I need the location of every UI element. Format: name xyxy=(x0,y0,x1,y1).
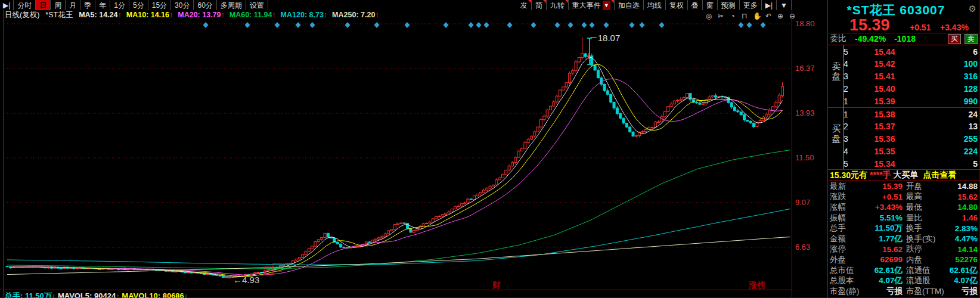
crosshair-icon[interactable]: ◎ xyxy=(705,12,712,20)
stat-row: 涨停15.62跌停14.14 xyxy=(828,244,980,255)
event-diamond-icon xyxy=(629,22,635,28)
candle-up xyxy=(422,224,424,226)
dropdown-arrow-icon[interactable]: ▼ xyxy=(603,1,610,10)
tab-周[interactable]: 周 xyxy=(51,0,66,10)
candle-up xyxy=(378,238,380,239)
toolbar-item-发[interactable]: 发 xyxy=(517,0,532,10)
tab-15分[interactable]: 15分 xyxy=(148,0,171,10)
gear-icon[interactable]: ⚙ xyxy=(969,4,976,14)
tab-30分[interactable]: 30分 xyxy=(171,0,194,10)
order-book-row[interactable]: 115.3824 xyxy=(843,108,980,120)
toolbar-item-预测[interactable]: 预测 xyxy=(718,0,740,10)
toolbar-item-均线[interactable]: 均线 xyxy=(644,0,666,10)
tab-5分[interactable]: 5分 xyxy=(129,0,148,10)
order-book-row[interactable]: 315.36255 xyxy=(843,133,980,145)
stock-label: *ST花王 xyxy=(45,10,73,20)
stat-label: 总股本 xyxy=(830,275,866,286)
stat-label: 涨幅 xyxy=(830,202,866,213)
candle-up xyxy=(575,62,577,71)
candle-down xyxy=(591,56,593,65)
big-order-alert-banner[interactable]: 15.30元有 ****手 大买单 点击查看 xyxy=(828,170,980,181)
toolbar-item-简[interactable]: 简 xyxy=(532,0,547,10)
chart-tools-menu: 发简九转重大事件▼加自选均线复权叠窗预测更多▶|▼ xyxy=(517,0,792,10)
candle-up xyxy=(572,70,574,73)
stat-value: 4.07亿 xyxy=(866,275,903,286)
candlestick-chart[interactable]: 18.07←4.93财涨榜 xyxy=(0,0,792,298)
lock-icon[interactable]: ⊓ xyxy=(741,12,748,20)
tab-日[interactable]: 日 xyxy=(36,0,51,10)
candle-up xyxy=(441,215,444,216)
order-book-row[interactable]: 415.35224 xyxy=(843,145,980,157)
hand-icon[interactable]: ✋ xyxy=(753,12,760,20)
replay-icon[interactable]: ◔ xyxy=(729,12,736,20)
stock-title: *ST花王 603007 xyxy=(828,2,964,18)
candle-up xyxy=(651,127,653,128)
stat-row: 涨幅+3.43%最低14.80 xyxy=(828,202,980,213)
tab-多周期[interactable]: 多周期 xyxy=(217,0,246,10)
toolbar-item-▶|[interactable]: ▶| xyxy=(762,0,777,10)
stat-value: 2.83% xyxy=(948,224,980,233)
frame-line xyxy=(792,10,792,297)
stat-row: 金额1.77亿换手(实)4.47% xyxy=(828,234,980,244)
level-volume: 13 xyxy=(917,122,980,131)
toolbar-item-加自选[interactable]: 加自选 xyxy=(615,0,644,10)
buy-button[interactable]: 买 xyxy=(948,34,961,44)
candle-up xyxy=(390,229,393,231)
tab-月[interactable]: 月 xyxy=(66,0,80,10)
order-book-row[interactable]: 115.39990 xyxy=(843,95,980,107)
candle-up xyxy=(254,273,256,274)
candle-up xyxy=(667,107,669,112)
level-volume: 24 xyxy=(917,110,980,119)
ma-legend-MA250: MA250: 7.20↑ xyxy=(332,11,379,19)
stat-label: 最高 xyxy=(906,191,948,202)
order-book-row[interactable]: 215.40128 xyxy=(843,82,980,95)
order-book-row[interactable]: 215.3713 xyxy=(843,120,980,133)
stat-value: 15.39 xyxy=(866,182,903,191)
tab-设置[interactable]: 设置 xyxy=(246,0,268,10)
level-number: 5 xyxy=(843,47,852,57)
tab-季[interactable]: 季 xyxy=(80,0,95,10)
toolbar-item-复权[interactable]: 复权 xyxy=(666,0,688,10)
candle-up xyxy=(711,96,714,97)
order-book-row[interactable]: 515.446 xyxy=(843,45,980,58)
y-axis-tick: 11.50 xyxy=(795,153,814,162)
y-axis-tick: 6.63 xyxy=(795,243,810,252)
frame-line xyxy=(0,297,980,297)
toolbar-item-更多[interactable]: 更多 xyxy=(740,0,762,10)
tab-分时[interactable]: 分时 xyxy=(14,0,36,10)
frame-line xyxy=(828,45,980,45)
candle-up xyxy=(371,240,374,242)
candle-up xyxy=(546,110,548,116)
toolbar-item-窗[interactable]: 窗 xyxy=(703,0,718,10)
toolbar-item-▼[interactable]: ▼ xyxy=(777,0,792,10)
event-diamond-icon xyxy=(739,22,744,28)
level-number: 2 xyxy=(843,122,852,131)
scissors-icon[interactable]: ✂ xyxy=(717,12,724,20)
order-book-row[interactable]: 315.41316 xyxy=(843,70,980,83)
stat-label: 最低 xyxy=(906,202,948,213)
tab-1分[interactable]: 1分 xyxy=(110,0,129,10)
toolbar-item-重大事件[interactable]: 重大事件▼ xyxy=(569,0,615,10)
toolbar-item-九转[interactable]: 九转 xyxy=(547,0,569,10)
collapse-panel-icon[interactable]: ▶| xyxy=(0,0,14,10)
candle-up xyxy=(464,203,466,204)
order-book-row[interactable]: 415.42100 xyxy=(843,58,980,70)
event-diamond-icon xyxy=(507,22,513,28)
tab-60分[interactable]: 60分 xyxy=(194,0,216,10)
ma-legend-MA5: MA5: 14.24↑ xyxy=(79,11,122,19)
order-book-row[interactable]: 515.345 xyxy=(843,157,980,170)
candle-up xyxy=(225,277,228,278)
tab-年[interactable]: 年 xyxy=(95,0,110,10)
sell-button[interactable]: 卖 xyxy=(965,34,978,44)
toolbar-item-叠[interactable]: 叠 xyxy=(688,0,703,10)
undo-icon[interactable]: ↶ xyxy=(765,12,772,20)
candle-up xyxy=(317,240,320,242)
zoom-in-icon[interactable]: ⊕ xyxy=(777,12,784,20)
stat-row: 最新15.39开盘14.88 xyxy=(828,181,980,192)
stat-value: +3.43% xyxy=(866,203,903,212)
stat-label: 流通值 xyxy=(906,265,948,276)
candle-up xyxy=(228,277,231,278)
candle-up xyxy=(501,175,504,178)
candle-up xyxy=(393,225,396,229)
zoom-out-icon[interactable]: ⊖ xyxy=(789,12,796,20)
